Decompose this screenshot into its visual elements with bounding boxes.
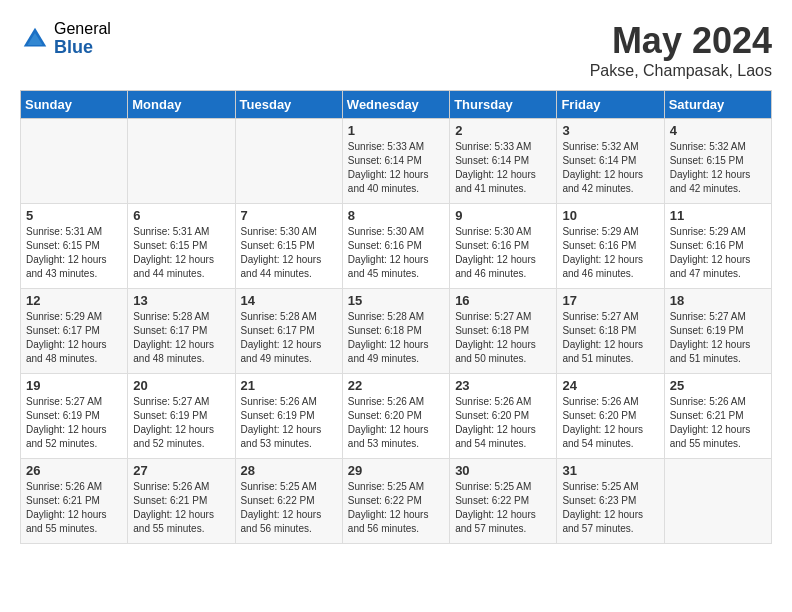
calendar-cell: 8Sunrise: 5:30 AMSunset: 6:16 PMDaylight… <box>342 204 449 289</box>
day-info: Sunrise: 5:27 AMSunset: 6:18 PMDaylight:… <box>562 310 658 366</box>
calendar-cell: 4Sunrise: 5:32 AMSunset: 6:15 PMDaylight… <box>664 119 771 204</box>
calendar-cell: 21Sunrise: 5:26 AMSunset: 6:19 PMDayligh… <box>235 374 342 459</box>
day-info: Sunrise: 5:31 AMSunset: 6:15 PMDaylight:… <box>26 225 122 281</box>
days-of-week-row: SundayMondayTuesdayWednesdayThursdayFrid… <box>21 91 772 119</box>
day-number: 23 <box>455 378 551 393</box>
calendar-week-row: 12Sunrise: 5:29 AMSunset: 6:17 PMDayligh… <box>21 289 772 374</box>
day-info: Sunrise: 5:25 AMSunset: 6:23 PMDaylight:… <box>562 480 658 536</box>
calendar-cell: 11Sunrise: 5:29 AMSunset: 6:16 PMDayligh… <box>664 204 771 289</box>
calendar-cell: 3Sunrise: 5:32 AMSunset: 6:14 PMDaylight… <box>557 119 664 204</box>
day-info: Sunrise: 5:25 AMSunset: 6:22 PMDaylight:… <box>348 480 444 536</box>
day-info: Sunrise: 5:27 AMSunset: 6:19 PMDaylight:… <box>26 395 122 451</box>
calendar-week-row: 5Sunrise: 5:31 AMSunset: 6:15 PMDaylight… <box>21 204 772 289</box>
day-number: 20 <box>133 378 229 393</box>
calendar-cell: 27Sunrise: 5:26 AMSunset: 6:21 PMDayligh… <box>128 459 235 544</box>
day-info: Sunrise: 5:27 AMSunset: 6:18 PMDaylight:… <box>455 310 551 366</box>
day-info: Sunrise: 5:31 AMSunset: 6:15 PMDaylight:… <box>133 225 229 281</box>
day-number: 3 <box>562 123 658 138</box>
calendar-week-row: 1Sunrise: 5:33 AMSunset: 6:14 PMDaylight… <box>21 119 772 204</box>
day-number: 21 <box>241 378 337 393</box>
day-info: Sunrise: 5:30 AMSunset: 6:16 PMDaylight:… <box>348 225 444 281</box>
calendar-cell: 24Sunrise: 5:26 AMSunset: 6:20 PMDayligh… <box>557 374 664 459</box>
day-of-week-header: Friday <box>557 91 664 119</box>
day-number: 26 <box>26 463 122 478</box>
day-info: Sunrise: 5:33 AMSunset: 6:14 PMDaylight:… <box>348 140 444 196</box>
logo-blue: Blue <box>54 38 111 58</box>
day-info: Sunrise: 5:26 AMSunset: 6:20 PMDaylight:… <box>562 395 658 451</box>
day-info: Sunrise: 5:28 AMSunset: 6:17 PMDaylight:… <box>133 310 229 366</box>
day-of-week-header: Monday <box>128 91 235 119</box>
day-info: Sunrise: 5:25 AMSunset: 6:22 PMDaylight:… <box>241 480 337 536</box>
day-number: 13 <box>133 293 229 308</box>
title-block: May 2024 Pakse, Champasak, Laos <box>590 20 772 80</box>
day-number: 28 <box>241 463 337 478</box>
day-info: Sunrise: 5:26 AMSunset: 6:20 PMDaylight:… <box>455 395 551 451</box>
calendar-cell <box>21 119 128 204</box>
logo-text: General Blue <box>54 20 111 57</box>
day-number: 22 <box>348 378 444 393</box>
day-number: 11 <box>670 208 766 223</box>
calendar-cell: 2Sunrise: 5:33 AMSunset: 6:14 PMDaylight… <box>450 119 557 204</box>
day-number: 25 <box>670 378 766 393</box>
calendar-body: 1Sunrise: 5:33 AMSunset: 6:14 PMDaylight… <box>21 119 772 544</box>
calendar-cell: 18Sunrise: 5:27 AMSunset: 6:19 PMDayligh… <box>664 289 771 374</box>
calendar-table: SundayMondayTuesdayWednesdayThursdayFrid… <box>20 90 772 544</box>
day-number: 24 <box>562 378 658 393</box>
day-info: Sunrise: 5:29 AMSunset: 6:16 PMDaylight:… <box>670 225 766 281</box>
day-number: 6 <box>133 208 229 223</box>
day-number: 2 <box>455 123 551 138</box>
calendar-cell: 1Sunrise: 5:33 AMSunset: 6:14 PMDaylight… <box>342 119 449 204</box>
day-of-week-header: Wednesday <box>342 91 449 119</box>
calendar-cell: 22Sunrise: 5:26 AMSunset: 6:20 PMDayligh… <box>342 374 449 459</box>
calendar-cell: 6Sunrise: 5:31 AMSunset: 6:15 PMDaylight… <box>128 204 235 289</box>
calendar-cell: 23Sunrise: 5:26 AMSunset: 6:20 PMDayligh… <box>450 374 557 459</box>
calendar-cell: 28Sunrise: 5:25 AMSunset: 6:22 PMDayligh… <box>235 459 342 544</box>
day-info: Sunrise: 5:32 AMSunset: 6:14 PMDaylight:… <box>562 140 658 196</box>
day-number: 8 <box>348 208 444 223</box>
calendar-cell: 17Sunrise: 5:27 AMSunset: 6:18 PMDayligh… <box>557 289 664 374</box>
day-number: 18 <box>670 293 766 308</box>
calendar-week-row: 19Sunrise: 5:27 AMSunset: 6:19 PMDayligh… <box>21 374 772 459</box>
calendar-week-row: 26Sunrise: 5:26 AMSunset: 6:21 PMDayligh… <box>21 459 772 544</box>
calendar-cell: 14Sunrise: 5:28 AMSunset: 6:17 PMDayligh… <box>235 289 342 374</box>
day-number: 14 <box>241 293 337 308</box>
logo: General Blue <box>20 20 111 57</box>
day-of-week-header: Thursday <box>450 91 557 119</box>
day-number: 27 <box>133 463 229 478</box>
calendar-cell <box>128 119 235 204</box>
day-info: Sunrise: 5:28 AMSunset: 6:18 PMDaylight:… <box>348 310 444 366</box>
day-number: 5 <box>26 208 122 223</box>
calendar-cell: 10Sunrise: 5:29 AMSunset: 6:16 PMDayligh… <box>557 204 664 289</box>
calendar-cell: 31Sunrise: 5:25 AMSunset: 6:23 PMDayligh… <box>557 459 664 544</box>
day-number: 30 <box>455 463 551 478</box>
day-number: 15 <box>348 293 444 308</box>
day-number: 12 <box>26 293 122 308</box>
logo-icon <box>20 24 50 54</box>
calendar-cell <box>664 459 771 544</box>
calendar-cell: 9Sunrise: 5:30 AMSunset: 6:16 PMDaylight… <box>450 204 557 289</box>
calendar-cell: 30Sunrise: 5:25 AMSunset: 6:22 PMDayligh… <box>450 459 557 544</box>
day-info: Sunrise: 5:29 AMSunset: 6:16 PMDaylight:… <box>562 225 658 281</box>
day-number: 31 <box>562 463 658 478</box>
day-of-week-header: Sunday <box>21 91 128 119</box>
calendar-cell: 29Sunrise: 5:25 AMSunset: 6:22 PMDayligh… <box>342 459 449 544</box>
day-info: Sunrise: 5:30 AMSunset: 6:15 PMDaylight:… <box>241 225 337 281</box>
day-number: 16 <box>455 293 551 308</box>
day-info: Sunrise: 5:27 AMSunset: 6:19 PMDaylight:… <box>670 310 766 366</box>
day-number: 10 <box>562 208 658 223</box>
calendar-cell: 12Sunrise: 5:29 AMSunset: 6:17 PMDayligh… <box>21 289 128 374</box>
day-info: Sunrise: 5:26 AMSunset: 6:19 PMDaylight:… <box>241 395 337 451</box>
calendar-cell: 25Sunrise: 5:26 AMSunset: 6:21 PMDayligh… <box>664 374 771 459</box>
day-number: 7 <box>241 208 337 223</box>
calendar-cell: 15Sunrise: 5:28 AMSunset: 6:18 PMDayligh… <box>342 289 449 374</box>
day-number: 19 <box>26 378 122 393</box>
calendar-cell: 5Sunrise: 5:31 AMSunset: 6:15 PMDaylight… <box>21 204 128 289</box>
day-info: Sunrise: 5:26 AMSunset: 6:20 PMDaylight:… <box>348 395 444 451</box>
calendar-cell: 20Sunrise: 5:27 AMSunset: 6:19 PMDayligh… <box>128 374 235 459</box>
day-info: Sunrise: 5:30 AMSunset: 6:16 PMDaylight:… <box>455 225 551 281</box>
month-title: May 2024 <box>590 20 772 62</box>
day-info: Sunrise: 5:28 AMSunset: 6:17 PMDaylight:… <box>241 310 337 366</box>
location: Pakse, Champasak, Laos <box>590 62 772 80</box>
day-of-week-header: Tuesday <box>235 91 342 119</box>
day-info: Sunrise: 5:25 AMSunset: 6:22 PMDaylight:… <box>455 480 551 536</box>
